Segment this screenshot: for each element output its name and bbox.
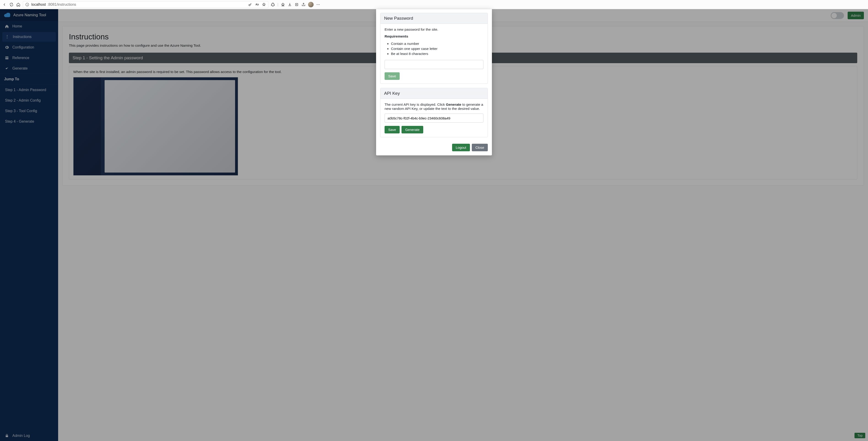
svg-point-4 bbox=[318, 4, 318, 5]
new-password-card: New Password Enter a new password for th… bbox=[380, 13, 488, 84]
admin-modal: New Password Enter a new password for th… bbox=[376, 9, 492, 155]
refresh-icon[interactable] bbox=[9, 2, 14, 7]
url-host: localhost bbox=[31, 2, 46, 7]
close-button[interactable]: Close bbox=[472, 144, 488, 151]
api-key-generate-button[interactable]: Generate bbox=[402, 126, 423, 133]
home-icon[interactable] bbox=[16, 2, 21, 7]
new-password-input[interactable] bbox=[384, 60, 484, 69]
profile-avatar[interactable] bbox=[308, 2, 314, 7]
collections-icon[interactable] bbox=[294, 2, 299, 7]
read-aloud-icon[interactable] bbox=[255, 2, 259, 7]
extensions-icon[interactable] bbox=[271, 2, 275, 7]
requirement-item: Contain a number bbox=[391, 41, 484, 46]
logout-button[interactable]: Logout bbox=[452, 144, 470, 151]
api-key-description: The current API key is displayed. Click … bbox=[384, 102, 484, 111]
url-path: :8081/instructions bbox=[48, 2, 76, 7]
requirements-list: Contain a number Contain one upper case … bbox=[384, 41, 484, 56]
svg-point-5 bbox=[319, 4, 319, 5]
modal-scrim[interactable]: New Password Enter a new password for th… bbox=[0, 9, 868, 441]
requirement-item: Be at least 8 characters bbox=[391, 51, 484, 56]
requirements-title: Requirements bbox=[384, 34, 484, 38]
api-key-card: API Key The current API key is displayed… bbox=[380, 88, 488, 137]
info-icon[interactable] bbox=[25, 2, 30, 7]
downloads-icon[interactable] bbox=[287, 2, 292, 7]
new-password-save-button[interactable]: Save bbox=[384, 72, 400, 80]
modal-footer: Logout Close bbox=[376, 141, 492, 155]
api-key-save-button[interactable]: Save bbox=[384, 126, 400, 133]
api-key-header: API Key bbox=[380, 88, 488, 99]
svg-point-1 bbox=[249, 4, 250, 6]
favorite-icon[interactable] bbox=[261, 2, 266, 7]
new-password-intro: Enter a new password for the site. bbox=[384, 28, 484, 32]
key-icon[interactable] bbox=[248, 2, 252, 7]
new-password-header: New Password bbox=[380, 13, 488, 24]
more-icon[interactable] bbox=[316, 2, 320, 7]
address-bar[interactable]: localhost:8081/instructions bbox=[23, 1, 268, 8]
favorites-list-icon[interactable] bbox=[281, 2, 285, 7]
api-key-input[interactable] bbox=[384, 114, 484, 123]
svg-point-3 bbox=[317, 4, 317, 5]
requirement-item: Contain one upper case letter bbox=[391, 46, 484, 51]
back-icon[interactable] bbox=[2, 2, 7, 7]
browser-toolbar: localhost:8081/instructions | bbox=[0, 0, 868, 9]
share-icon[interactable] bbox=[301, 2, 306, 7]
